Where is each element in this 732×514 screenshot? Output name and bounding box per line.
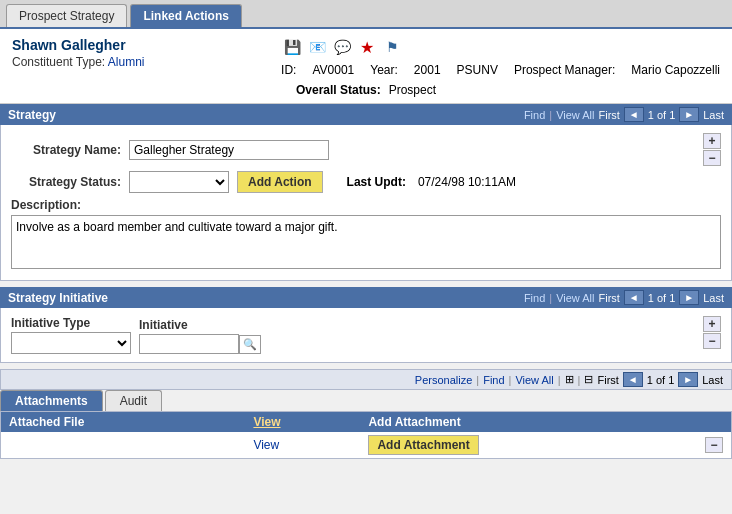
attachment-row: View Add Attachment −: [1, 432, 732, 459]
col-attached-file: Attached File: [1, 412, 246, 433]
bottom-page-info: 1 of 1: [647, 374, 675, 386]
initiative-search-btn[interactable]: 🔍: [239, 335, 261, 354]
initiative-body: Initiative Type Initiative 🔍 + −: [0, 308, 732, 363]
bottom-prev-btn[interactable]: ◄: [623, 372, 643, 387]
strategy-body: Strategy Name: + − Strategy Status: Add …: [0, 125, 732, 281]
constituent-type-label: Constituent Type:: [12, 55, 105, 69]
tab-audit[interactable]: Audit: [105, 390, 162, 411]
add-attachment-button[interactable]: Add Attachment: [368, 435, 478, 455]
add-action-button[interactable]: Add Action: [237, 171, 323, 193]
initiative-first-label: First: [598, 292, 619, 304]
id-value: AV0001: [312, 63, 354, 77]
description-textarea[interactable]: Involve as a board member and cultivate …: [11, 215, 721, 269]
chart-icon[interactable]: ⊟: [584, 373, 593, 386]
chat-icon[interactable]: 💬: [331, 37, 353, 57]
tab-attachments[interactable]: Attachments: [0, 390, 103, 411]
col-view[interactable]: View: [245, 412, 360, 433]
bottom-next-btn[interactable]: ►: [678, 372, 698, 387]
initiative-cols: Initiative Type Initiative 🔍: [11, 316, 261, 354]
strategy-section-header: Strategy Find | View All First ◄ 1 of 1 …: [0, 104, 732, 125]
initiative-col: Initiative 🔍: [139, 318, 261, 354]
strategy-last-label: Last: [703, 109, 724, 121]
bottom-view-all-link[interactable]: View All: [515, 374, 553, 386]
flag-icon[interactable]: ⚑: [381, 37, 403, 57]
initiative-section-header: Strategy Initiative Find | View All Firs…: [0, 287, 732, 308]
constituent-type-link[interactable]: Alumni: [108, 55, 145, 69]
strategy-status-label: Strategy Status:: [11, 175, 121, 189]
bottom-find-link[interactable]: Find: [483, 374, 504, 386]
org-value: PSUNV: [457, 63, 498, 77]
view-link[interactable]: View: [253, 438, 279, 452]
strategy-prev-btn[interactable]: ◄: [624, 107, 644, 122]
strategy-name-row: Strategy Name: + −: [11, 133, 721, 166]
overall-status-value: Prospect: [389, 83, 436, 97]
strategy-view-all-link[interactable]: View All: [556, 109, 594, 121]
strategy-find-link[interactable]: Find: [524, 109, 545, 121]
initiative-add-btn[interactable]: +: [703, 316, 721, 332]
strategy-page-info: 1 of 1: [648, 109, 676, 121]
prospect-manager-label: Prospect Manager:: [514, 63, 615, 77]
year-link[interactable]: 2001: [414, 63, 441, 77]
email-icon[interactable]: 📧: [306, 37, 328, 57]
view-cell: View: [245, 432, 360, 459]
save-icon[interactable]: 💾: [281, 37, 303, 57]
initiative-search-input[interactable]: [139, 334, 239, 354]
constituent-type-row: Constituent Type: Alumni: [12, 55, 145, 69]
strategy-name-input[interactable]: [129, 140, 329, 160]
last-updt-value: 07/24/98 10:11AM: [418, 175, 516, 189]
strategy-remove-btn[interactable]: −: [703, 150, 721, 166]
strategy-next-btn[interactable]: ►: [679, 107, 699, 122]
bottom-last-label: Last: [702, 374, 723, 386]
year-label: Year:: [370, 63, 398, 77]
last-updt-label: Last Updt:: [347, 175, 406, 189]
strategy-status-row: Strategy Status: Add Action Last Updt: 0…: [11, 171, 721, 193]
initiative-type-select[interactable]: [11, 332, 131, 354]
strategy-title: Strategy: [8, 108, 56, 122]
strategy-nav: Find | View All First ◄ 1 of 1 ► Last: [524, 107, 724, 122]
initiative-label: Initiative: [139, 318, 261, 332]
initiative-section: Strategy Initiative Find | View All Firs…: [0, 287, 732, 363]
initiative-title: Strategy Initiative: [8, 291, 108, 305]
attachment-tabs: Attachments Audit: [0, 390, 732, 411]
action-icons: 💾 📧 💬 ★ ⚑: [281, 37, 403, 57]
add-attachment-cell: Add Attachment: [360, 432, 697, 459]
initiative-last-label: Last: [703, 292, 724, 304]
col-actions: [697, 412, 732, 433]
initiative-type-label: Initiative Type: [11, 316, 131, 330]
header-middle: ID: AV0001 Year: 2001 PSUNV Prospect Man…: [281, 63, 720, 77]
prospect-name: Shawn Gallegher: [12, 37, 145, 53]
initiative-find-link[interactable]: Find: [524, 292, 545, 304]
initiative-type-col: Initiative Type: [11, 316, 131, 354]
header-left: Shawn Gallegher Constituent Type: Alumni: [12, 37, 145, 69]
star-icon[interactable]: ★: [356, 37, 378, 57]
strategy-plus-minus: + −: [703, 133, 721, 166]
initiative-prev-btn[interactable]: ◄: [624, 290, 644, 305]
strategy-name-label: Strategy Name:: [11, 143, 121, 157]
row-remove-btn[interactable]: −: [705, 437, 723, 453]
strategy-add-btn[interactable]: +: [703, 133, 721, 149]
tab-linked-actions[interactable]: Linked Actions: [130, 4, 242, 27]
strategy-status-select[interactable]: [129, 171, 229, 193]
bottom-toolbar: Personalize | Find | View All | ⊞ | ⊟ Fi…: [0, 369, 732, 390]
description-row: Description: Involve as a board member a…: [11, 198, 721, 272]
attachment-table: Attached File View Add Attachment View A…: [0, 411, 732, 459]
initiative-view-all-link[interactable]: View All: [556, 292, 594, 304]
personalize-link[interactable]: Personalize: [415, 374, 472, 386]
row-actions-cell: −: [697, 432, 732, 459]
col-add-attachment: Add Attachment: [360, 412, 697, 433]
bottom-section: Personalize | Find | View All | ⊞ | ⊟ Fi…: [0, 369, 732, 459]
initiative-remove-btn[interactable]: −: [703, 333, 721, 349]
grid-icon[interactable]: ⊞: [565, 373, 574, 386]
initiative-search-wrap: 🔍: [139, 334, 261, 354]
header-area: Shawn Gallegher Constituent Type: Alumni…: [0, 29, 732, 104]
initiative-nav: Find | View All First ◄ 1 of 1 ► Last: [524, 290, 724, 305]
prospect-manager-value: Mario Capozzelli: [631, 63, 720, 77]
overall-status-label: Overall Status:: [296, 83, 381, 97]
tabs-bar: Prospect Strategy Linked Actions: [0, 0, 732, 29]
initiative-next-btn[interactable]: ►: [679, 290, 699, 305]
strategy-first-label: First: [598, 109, 619, 121]
description-label: Description:: [11, 198, 721, 212]
initiative-plus-minus: + −: [703, 316, 721, 349]
initiative-page-info: 1 of 1: [648, 292, 676, 304]
tab-prospect-strategy[interactable]: Prospect Strategy: [6, 4, 127, 27]
